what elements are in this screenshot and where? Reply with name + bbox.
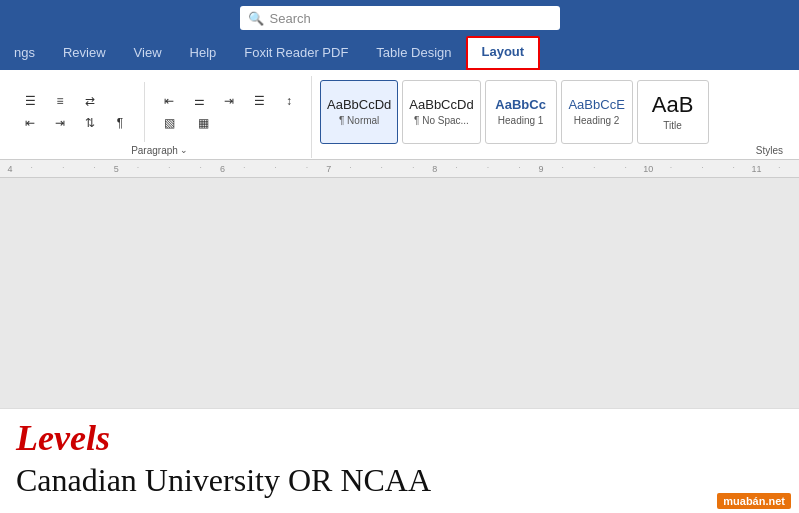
ruler-tick: · [397, 164, 428, 174]
ruler-tick: · [291, 164, 322, 174]
align-right-button[interactable]: ⇥ [215, 91, 243, 111]
numbered-list-button[interactable]: ≡ [46, 91, 74, 111]
style-heading2-preview: AaBbCcE [568, 98, 624, 112]
ruler-tick: · [47, 164, 78, 174]
ruler-content: 4 · · · 5 · · · 6 · · · 7 · · · 8 · · · … [4, 164, 795, 174]
multilevel-list-icon: ⇄ [85, 94, 95, 108]
ruler-tick: · [366, 164, 397, 174]
ruler-tick: 9 [535, 164, 547, 174]
ruler-tick: · [260, 164, 291, 174]
list-buttons: ☰ ≡ ⇄ ⇤ ⇥ ⇅ [16, 91, 134, 133]
shading-button[interactable]: ▧ [155, 113, 183, 133]
bullet-list-icon: ☰ [25, 94, 36, 108]
ruler-tick: 6 [216, 164, 228, 174]
search-placeholder: Search [270, 11, 311, 26]
ruler-tick: · [610, 164, 641, 174]
align-center-icon: ⚌ [194, 94, 205, 108]
styles-label: Styles [320, 145, 783, 158]
sort-icon: ⇅ [85, 116, 95, 130]
watermark-badge: muabán.net [717, 493, 791, 509]
ruler-tick: · [16, 164, 47, 174]
ruler-tick: · [472, 164, 503, 174]
decrease-indent-button[interactable]: ⇤ [16, 113, 44, 133]
pilcrow-icon: ¶ [117, 116, 123, 130]
ruler-tick: · [441, 164, 472, 174]
increase-indent-icon: ⇥ [55, 116, 65, 130]
search-box[interactable]: 🔍 Search [240, 6, 560, 30]
borders-icon: ▦ [198, 116, 209, 130]
style-heading1-preview: AaBbCc [495, 98, 546, 112]
ruler-tick: · [687, 164, 718, 174]
justify-button[interactable]: ☰ [245, 91, 273, 111]
borders-button[interactable]: ▦ [185, 113, 221, 133]
align-row2: ▧ ▦ [155, 113, 303, 133]
align-row1: ⇤ ⚌ ⇥ ☰ ↕ [155, 91, 303, 111]
ruler-tick: 5 [110, 164, 122, 174]
ruler-tick: · [655, 164, 686, 174]
align-left-icon: ⇤ [164, 94, 174, 108]
style-heading2-label: Heading 2 [574, 115, 620, 126]
tab-review[interactable]: Review [49, 36, 120, 70]
tab-table-design[interactable]: Table Design [362, 36, 465, 70]
ruler-tick: · [185, 164, 216, 174]
style-normal-button[interactable]: AaBbCcDd ¶ Normal [320, 80, 398, 144]
bullet-list-button[interactable]: ☰ [16, 91, 44, 111]
paragraph-controls: ☰ ≡ ⇄ ⇤ ⇥ ⇅ [16, 76, 303, 145]
ruler-tick: · [764, 164, 795, 174]
ribbon-tabs: ngs Review View Help Foxit Reader PDF Ta… [0, 36, 799, 70]
sort-button[interactable]: ⇅ [76, 113, 104, 133]
tab-foxit[interactable]: Foxit Reader PDF [230, 36, 362, 70]
paragraph-expand-icon[interactable]: ⌄ [180, 145, 188, 155]
list-row2: ⇤ ⇥ ⇅ ¶ [16, 113, 134, 133]
line-spacing-button[interactable]: ↕ [275, 91, 303, 111]
document-subheading: Canadian University OR NCAA [16, 461, 783, 499]
tab-ngs[interactable]: ngs [0, 36, 49, 70]
justify-icon: ☰ [254, 94, 265, 108]
tab-view[interactable]: View [120, 36, 176, 70]
title-bar: 🔍 Search [0, 0, 799, 36]
numbered-list-icon: ≡ [56, 94, 63, 108]
tab-layout[interactable]: Layout [466, 36, 541, 70]
style-no-spacing-button[interactable]: AaBbCcDd ¶ No Spac... [402, 80, 480, 144]
styles-section: AaBbCcDd ¶ Normal AaBbCcDd ¶ No Spac... … [312, 76, 791, 158]
ribbon-toolbar: ☰ ≡ ⇄ ⇤ ⇥ ⇅ [0, 70, 799, 160]
divider1 [144, 82, 145, 142]
style-normal-preview: AaBbCcDd [327, 98, 391, 112]
align-center-button[interactable]: ⚌ [185, 91, 213, 111]
align-buttons: ⇤ ⚌ ⇥ ☰ ↕ ▧ [155, 91, 303, 133]
ruler-tick: 10 [641, 164, 655, 174]
document-area[interactable] [0, 178, 799, 408]
ruler-tick: · [579, 164, 610, 174]
style-normal-label: ¶ Normal [339, 115, 379, 126]
style-no-spacing-preview: AaBbCcDd [409, 98, 473, 112]
ruler-tick: 7 [323, 164, 335, 174]
search-icon: 🔍 [248, 11, 264, 26]
ruler-tick: · [122, 164, 153, 174]
ruler-tick: · [335, 164, 366, 174]
ruler: 4 · · · 5 · · · 6 · · · 7 · · · 8 · · · … [0, 160, 799, 178]
style-heading1-label: Heading 1 [498, 115, 544, 126]
align-left-button[interactable]: ⇤ [155, 91, 183, 111]
style-title-label: Title [663, 120, 682, 131]
list-row1: ☰ ≡ ⇄ [16, 91, 134, 111]
ruler-tick: · [154, 164, 185, 174]
style-title-button[interactable]: AaB Title [637, 80, 709, 144]
multilevel-list-button[interactable]: ⇄ [76, 91, 104, 111]
ruler-tick: 8 [429, 164, 441, 174]
show-formatting-button[interactable]: ¶ [106, 113, 134, 133]
style-heading1-button[interactable]: AaBbCc Heading 1 [485, 80, 557, 144]
ruler-tick: · [228, 164, 259, 174]
decrease-indent-icon: ⇤ [25, 116, 35, 130]
document-bottom: Levels Canadian University OR NCAA muabá… [0, 408, 799, 513]
paragraph-label: Paragraph ⌄ [131, 145, 188, 158]
ruler-tick: · [547, 164, 578, 174]
style-heading2-button[interactable]: AaBbCcE Heading 2 [561, 80, 633, 144]
ruler-tick: · [504, 164, 535, 174]
line-spacing-icon: ↕ [286, 94, 292, 108]
ruler-tick: · [79, 164, 110, 174]
tab-help[interactable]: Help [176, 36, 231, 70]
ruler-tick: 11 [750, 164, 764, 174]
ruler-tick: 4 [4, 164, 16, 174]
shading-icon: ▧ [164, 116, 175, 130]
increase-indent-button[interactable]: ⇥ [46, 113, 74, 133]
